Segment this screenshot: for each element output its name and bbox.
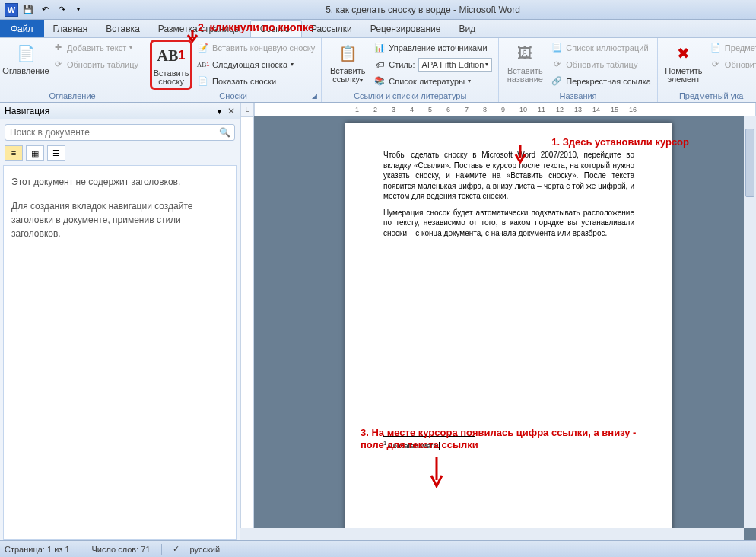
group-toc-label: Оглавление	[5, 91, 140, 102]
tab-insert[interactable]: Вставка	[97, 20, 149, 37]
footnote-separator	[383, 436, 475, 437]
status-bar: Страница: 1 из 1 Число слов: 71 ✓ русски…	[0, 540, 756, 557]
plus-icon: ✚	[52, 42, 64, 54]
tab-home[interactable]: Главная	[44, 20, 97, 37]
nav-view-pages[interactable]: ▦	[26, 145, 44, 161]
update-captions-button[interactable]: ⟳Обновить таблицу	[549, 56, 653, 72]
group-toc: 📄 Оглавление ✚Добавить текст ▾ ⟳Обновить…	[0, 38, 145, 102]
group-captions: 🖼 Вставить название 📃Список иллюстраций …	[499, 38, 658, 102]
style-icon: 🏷	[373, 59, 386, 71]
insert-index-button[interactable]: 📄Предмет	[708, 40, 756, 56]
footnotes-dialog-launcher[interactable]: ◢	[310, 91, 319, 100]
manage-icon: 📊	[373, 42, 386, 54]
group-footnotes: AB1 Вставить сноску 📝Вставить концевую с…	[145, 38, 322, 102]
group-citations-label: Ссылки и списки литературы	[326, 91, 494, 102]
doc-paragraph-2: Нумерация сносок будет автоматически под…	[383, 208, 634, 239]
crossref-button[interactable]: 🔗Перекрестная ссылка	[549, 73, 653, 89]
refresh-icon: ⟳	[52, 59, 64, 71]
update-toc-button[interactable]: ⟳Обновить таблицу	[50, 56, 140, 72]
tab-review[interactable]: Рецензирование	[361, 20, 450, 37]
footnote-1[interactable]: 1 Абабагаламага	[383, 440, 634, 450]
scrollbar-thumb[interactable]	[745, 129, 754, 197]
bibliography-icon: 📚	[373, 75, 386, 88]
search-icon[interactable]: 🔍	[219, 127, 230, 138]
nav-view-headings[interactable]: ≡	[5, 145, 23, 161]
annotation-1: 1. Здесь установили курсор	[551, 136, 689, 148]
ruler-toggle[interactable]: L	[240, 103, 254, 116]
footnote-icon: AB1	[159, 43, 183, 68]
nav-empty-2: Для создания вкладок навигации создайте …	[11, 199, 228, 240]
next-icon: AB1	[197, 59, 209, 71]
group-index-label: Предметный ука	[662, 91, 756, 102]
caption-icon: 🖼	[513, 41, 537, 65]
horizontal-scrollbar[interactable]	[240, 528, 744, 540]
toc-button[interactable]: 📄 Оглавление	[5, 40, 47, 77]
document-canvas[interactable]: 1. Здесь установили курсор Чтобы сделать…	[254, 116, 756, 540]
window-title: 5. как сделать сноску в ворде - Microsof…	[90, 5, 756, 15]
list-figures-button[interactable]: 📃Список иллюстраций	[549, 40, 653, 56]
insert-caption-button[interactable]: 🖼 Вставить название	[503, 40, 546, 85]
bibliography-button[interactable]: 📚Список литературы ▾	[372, 73, 494, 89]
index-icon: 📄	[710, 42, 722, 54]
redo-icon[interactable]: ↷	[55, 3, 68, 17]
group-index: ✖ Пометить элемент 📄Предмет ⟳Обновит Пре…	[658, 38, 756, 102]
tab-file[interactable]: Файл	[0, 20, 44, 37]
status-page[interactable]: Страница: 1 из 1	[5, 545, 70, 554]
qat-dropdown-icon[interactable]: ▾	[71, 3, 85, 17]
status-language[interactable]: русский	[190, 545, 220, 554]
nav-body: Этот документ не содержит заголовков. Дл…	[3, 165, 237, 540]
mark-icon: ✖	[672, 41, 696, 65]
nav-search-input[interactable]	[5, 124, 235, 141]
ribbon-tabs: Файл Главная Вставка Разметка страницы С…	[0, 20, 756, 38]
crossref-icon: 🔗	[551, 75, 563, 88]
refresh-icon: ⟳	[551, 59, 563, 71]
nav-empty-1: Этот документ не содержит заголовков.	[11, 175, 228, 189]
nav-view-results[interactable]: ☰	[47, 145, 65, 161]
tab-layout[interactable]: Разметка страницы	[149, 20, 250, 37]
manage-sources-button[interactable]: 📊Управление источниками	[372, 40, 494, 56]
insert-endnote-button[interactable]: 📝Вставить концевую сноску	[195, 40, 316, 56]
save-icon[interactable]: 💾	[21, 3, 35, 17]
toc-icon: 📄	[14, 41, 38, 65]
nav-close-icon[interactable]: ✕	[227, 106, 235, 116]
undo-icon[interactable]: ↶	[38, 3, 52, 17]
tab-references[interactable]: Ссылки	[250, 20, 302, 37]
tab-mailings[interactable]: Рассылки	[302, 20, 361, 37]
update-index-button[interactable]: ⟳Обновит	[708, 56, 756, 72]
group-footnotes-label: Сноски	[150, 91, 316, 102]
horizontal-ruler[interactable]: 1 2 3 4 5 6 7 8 9 10 11 12 13 14 15 16	[254, 103, 756, 116]
show-icon: 📄	[197, 75, 209, 88]
insert-citation-button[interactable]: 📋 Вставить ссылку▾	[326, 40, 369, 86]
endnote-icon: 📝	[197, 42, 209, 54]
word-app-icon: W	[5, 3, 18, 17]
status-words[interactable]: Число слов: 71	[92, 545, 151, 554]
ribbon: 📄 Оглавление ✚Добавить текст ▾ ⟳Обновить…	[0, 38, 756, 103]
nav-header: Навигация ▼✕	[0, 103, 240, 119]
next-footnote-button[interactable]: AB1Следующая сноска ▾	[195, 56, 316, 72]
citation-icon: 📋	[335, 41, 360, 65]
vertical-ruler[interactable]	[240, 116, 254, 540]
group-citations: 📋 Вставить ссылку▾ 📊Управление источника…	[322, 38, 499, 102]
style-dropdown[interactable]: 🏷Стиль: APA Fifth Edition ▾	[372, 56, 494, 72]
proofing-icon[interactable]: ✓	[173, 544, 179, 554]
list-icon: 📃	[551, 42, 563, 54]
nav-dropdown-icon[interactable]: ▼	[216, 108, 223, 116]
tab-view[interactable]: Вид	[449, 20, 484, 37]
vertical-scrollbar[interactable]	[744, 116, 756, 528]
navigation-pane: Навигация ▼✕ 🔍 ≡ ▦ ☰ Этот документ не со…	[0, 103, 240, 540]
show-footnotes-button[interactable]: 📄Показать сноски	[195, 73, 316, 89]
refresh-icon: ⟳	[710, 59, 722, 71]
group-captions-label: Названия	[503, 91, 653, 102]
document-area: L 1 2 3 4 5 6 7 8 9 10 11 12 13 14 15 16…	[240, 103, 756, 540]
title-bar: W 💾 ↶ ↷ ▾ 5. как сделать сноску в ворде …	[0, 0, 756, 20]
nav-title: Навигация	[5, 106, 49, 116]
insert-footnote-button[interactable]: AB1 Вставить сноску	[150, 40, 192, 90]
doc-paragraph-1: Чтобы сделать сноску в Microsoft Word 20…	[383, 150, 634, 202]
page[interactable]: 1. Здесь установили курсор Чтобы сделать…	[345, 123, 672, 540]
add-text-button[interactable]: ✚Добавить текст ▾	[50, 40, 140, 56]
arrow-down-icon	[429, 457, 444, 488]
mark-entry-button[interactable]: ✖ Пометить элемент	[662, 40, 705, 85]
